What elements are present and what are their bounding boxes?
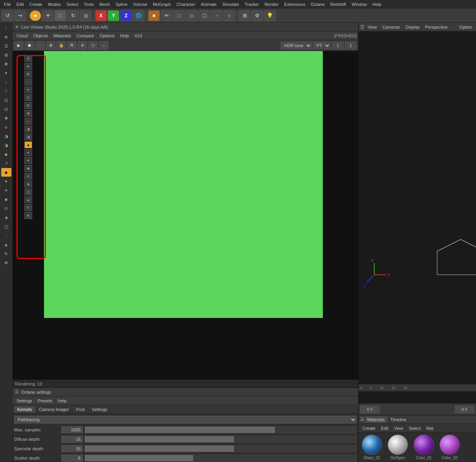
- materials-menu-icon[interactable]: ☰: [360, 417, 364, 422]
- light-btn[interactable]: 💡: [264, 10, 276, 21]
- vtb-val2-input[interactable]: [345, 42, 357, 49]
- x-axis-btn[interactable]: X: [95, 10, 107, 21]
- settings2-btn[interactable]: ⚙: [251, 10, 263, 21]
- settings-tab-post[interactable]: Post: [73, 406, 88, 413]
- viewer-menu-help[interactable]: Help: [118, 33, 132, 39]
- vtb-snap-btn[interactable]: ✛: [78, 41, 87, 50]
- frame-input-2[interactable]: [455, 405, 474, 413]
- right-viewport-cameras[interactable]: Cameras: [380, 24, 403, 30]
- vtb-hdr-select[interactable]: HDR tone: [281, 42, 312, 49]
- sidebar-btn-11[interactable]: ❖: [1, 114, 11, 122]
- settings-menu-settings[interactable]: Settings: [14, 398, 35, 404]
- inner-sidebar-btn-sphere[interactable]: ●: [24, 118, 32, 125]
- materials-select[interactable]: Select: [406, 425, 423, 431]
- inner-sidebar-btn-5[interactable]: ✦: [24, 86, 32, 93]
- sidebar-btn-20[interactable]: ⊙: [1, 204, 11, 213]
- materials-view[interactable]: View: [392, 425, 406, 431]
- frame-input-1[interactable]: [360, 405, 380, 413]
- settings-menu-presets[interactable]: Presets: [35, 398, 55, 404]
- inner-sidebar-btn-13[interactable]: ✦: [24, 149, 32, 156]
- material-color01[interactable]: Color_01: [412, 435, 436, 460]
- menu-mesh[interactable]: Mesh: [97, 1, 112, 7]
- viewer-menu-compare[interactable]: Compare: [74, 33, 97, 39]
- scale-btn[interactable]: ◎: [80, 10, 92, 21]
- inner-sidebar-btn-17[interactable]: ◈: [24, 181, 32, 188]
- inner-sidebar-btn-16[interactable]: ⊙: [24, 173, 32, 180]
- material-glass01[interactable]: Glass_01: [360, 435, 384, 460]
- inner-sidebar-btn-10[interactable]: ◑: [24, 126, 32, 133]
- menu-edit[interactable]: Edit: [14, 1, 26, 7]
- inner-sidebar-btn-1[interactable]: ☰: [24, 55, 32, 62]
- right-viewport-display[interactable]: Display: [403, 24, 422, 30]
- materials-tab-materials[interactable]: Materials: [365, 416, 387, 423]
- menu-spline[interactable]: Spline: [113, 1, 130, 7]
- viewer-menu-gui[interactable]: GUI: [132, 33, 145, 39]
- settings-bar-3[interactable]: [84, 455, 357, 462]
- menu-animate[interactable]: Animate: [198, 1, 219, 7]
- settings-menu-icon[interactable]: ☰: [15, 389, 19, 394]
- vtb-lock-btn[interactable]: 🔒: [57, 41, 66, 50]
- vtb-mode-select[interactable]: PT: [313, 42, 331, 49]
- settings-input-3[interactable]: [61, 455, 83, 462]
- right-viewport-menu-icon[interactable]: ☰: [360, 24, 364, 30]
- vtb-circle-btn[interactable]: ○: [99, 41, 108, 50]
- menu-tools[interactable]: Tools: [81, 1, 96, 7]
- sidebar-btn-6[interactable]: ✦: [1, 69, 11, 77]
- y-axis-btn[interactable]: Y: [108, 10, 119, 21]
- sidebar-btn-8[interactable]: ✧: [1, 87, 11, 95]
- rotate-btn[interactable]: ↻: [67, 10, 79, 21]
- sidebar-btn-13[interactable]: ◑: [1, 141, 11, 150]
- sidebar-btn-18[interactable]: ✦: [1, 186, 11, 195]
- world-btn[interactable]: 🌐: [133, 10, 145, 21]
- settings-input-2[interactable]: [61, 445, 83, 452]
- inner-sidebar-btn-11[interactable]: ◑: [24, 133, 32, 141]
- sidebar-btn-21[interactable]: ◈: [1, 213, 11, 222]
- sidebar-btn-half[interactable]: ◑: [1, 132, 11, 141]
- menu-mograph[interactable]: MoGraph: [150, 1, 173, 7]
- settings-tab-camera-imager[interactable]: Camera Imager: [36, 406, 72, 413]
- vtb-r-btn[interactable]: R: [67, 41, 77, 50]
- menu-octane[interactable]: Octane: [308, 1, 327, 7]
- sidebar-btn-22[interactable]: ◫: [1, 222, 11, 231]
- materials-mat[interactable]: Mat: [424, 425, 436, 431]
- settings-tab-settings[interactable]: Settings: [89, 406, 111, 413]
- inner-sidebar-btn-14[interactable]: ✦: [24, 157, 32, 164]
- menu-character[interactable]: Character: [174, 1, 198, 7]
- move-btn[interactable]: □: [55, 10, 66, 21]
- menu-create[interactable]: Create: [27, 1, 45, 7]
- inner-sidebar-btn-20[interactable]: ↻: [24, 204, 32, 211]
- materials-create[interactable]: Create: [360, 425, 378, 431]
- settings-input-0[interactable]: [61, 426, 83, 433]
- pathtracing-select[interactable]: Pathtracing: [14, 416, 357, 424]
- inner-sidebar-btn-15[interactable]: ■: [24, 165, 32, 172]
- redo-btn[interactable]: ↪: [14, 10, 26, 21]
- vtb-rec-btn[interactable]: ●: [35, 41, 45, 50]
- menu-window[interactable]: Window: [349, 1, 369, 7]
- sidebar-btn-10[interactable]: ⊟: [1, 105, 11, 113]
- sidebar-btn-2[interactable]: ⊕: [1, 33, 11, 41]
- sidebar-btn-4[interactable]: ⊞: [1, 51, 11, 59]
- right-viewport-view[interactable]: View: [365, 24, 379, 30]
- menu-extensions[interactable]: Extensions: [282, 1, 308, 7]
- select-btn[interactable]: ●: [29, 10, 41, 21]
- materials-tab-timeline[interactable]: Timeline: [388, 416, 409, 423]
- sidebar-btn-3[interactable]: ☰: [1, 42, 11, 50]
- menu-tracker[interactable]: Tracker: [242, 1, 262, 7]
- lasso-btn[interactable]: ○: [223, 10, 235, 21]
- settings-menu-help[interactable]: Help: [55, 398, 69, 404]
- sidebar-btn-23[interactable]: ⋮: [1, 231, 11, 240]
- vtb-play-btn[interactable]: ▶: [14, 41, 24, 50]
- menu-redshift[interactable]: Redshift: [328, 1, 348, 7]
- inner-sidebar-btn-3[interactable]: ❋: [24, 71, 32, 78]
- vtb-stop-btn[interactable]: ⏹: [25, 41, 34, 50]
- vtb-settings-btn[interactable]: ⚙: [46, 41, 55, 50]
- viewer-menu-materials[interactable]: Materials: [51, 33, 73, 39]
- obj3-btn[interactable]: ◇: [186, 10, 198, 21]
- menu-help[interactable]: Help: [370, 1, 384, 7]
- inner-sidebar-btn-21[interactable]: ⊕: [24, 212, 32, 219]
- menu-render[interactable]: Render: [262, 1, 281, 7]
- menu-select[interactable]: Select: [64, 1, 81, 7]
- sidebar-btn-17[interactable]: ✦: [1, 177, 11, 186]
- viewer-close-btn[interactable]: ✕: [15, 24, 19, 30]
- paint-btn[interactable]: ✏: [161, 10, 172, 21]
